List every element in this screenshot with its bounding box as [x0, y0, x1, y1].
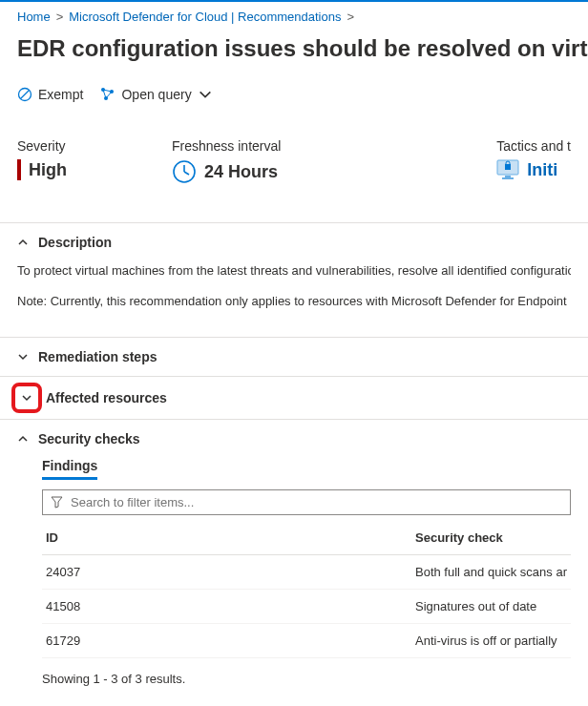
section-affected-header[interactable]: Affected resources	[0, 377, 588, 419]
breadcrumb: Home > Microsoft Defender for Cloud | Re…	[0, 2, 588, 31]
findings-area: Findings ID Security check 24037 Both fu…	[0, 458, 588, 699]
graph-icon	[100, 87, 116, 102]
section-remediation: Remediation steps	[0, 337, 588, 376]
svg-rect-14	[505, 164, 511, 170]
svg-rect-13	[502, 177, 514, 179]
chevron-down-icon	[21, 392, 32, 404]
chevron-down-icon	[198, 87, 213, 102]
breadcrumb-defender[interactable]: Microsoft Defender for Cloud | Recommend…	[69, 10, 341, 24]
severity-block: Severity High	[17, 138, 67, 184]
page-title: EDR configuration issues should be resol…	[0, 31, 588, 73]
svg-line-6	[103, 90, 106, 98]
toolbar: Exempt Open query	[0, 73, 588, 115]
svg-rect-12	[505, 176, 511, 177]
svg-line-7	[106, 92, 112, 98]
filter-icon	[51, 496, 63, 509]
exempt-button[interactable]: Exempt	[17, 87, 83, 102]
breadcrumb-separator: >	[56, 10, 64, 24]
section-security-header[interactable]: Security checks	[0, 420, 588, 458]
highlight-box	[11, 383, 42, 413]
col-header-id[interactable]: ID	[42, 521, 411, 555]
section-description: Description To protect virtual machines …	[0, 222, 588, 337]
svg-line-10	[184, 172, 189, 175]
freshness-label: Freshness interval	[172, 138, 281, 154]
severity-value: High	[29, 160, 67, 180]
findings-tab[interactable]: Findings	[42, 458, 97, 480]
tactics-value[interactable]: Initi	[527, 160, 557, 180]
search-input[interactable]	[71, 495, 562, 509]
chevron-up-icon	[17, 237, 29, 248]
table-row[interactable]: 24037 Both full and quick scans ar	[42, 555, 571, 590]
circle-slash-icon	[17, 87, 32, 102]
tactics-label: Tactics and t	[496, 138, 571, 154]
results-count: Showing 1 - 3 of 3 results.	[42, 658, 571, 690]
chevron-up-icon	[17, 433, 29, 445]
col-header-check[interactable]: Security check	[411, 521, 571, 555]
table-row[interactable]: 61729 Anti-virus is off or partially	[42, 624, 571, 658]
svg-marker-15	[52, 497, 62, 508]
table-row[interactable]: 41508 Signatures out of date	[42, 590, 571, 624]
freshness-value: 24 Hours	[204, 162, 278, 182]
findings-table: ID Security check 24037 Both full and qu…	[42, 521, 571, 658]
chevron-down-icon	[17, 351, 29, 363]
tactics-block: Tactics and t Initi	[496, 138, 571, 184]
svg-line-1	[21, 91, 30, 99]
breadcrumb-home[interactable]: Home	[17, 10, 51, 24]
clock-icon	[172, 159, 197, 184]
search-box[interactable]	[42, 489, 571, 515]
severity-label: Severity	[17, 138, 67, 154]
section-affected: Affected resources	[0, 376, 588, 419]
description-body: To protect virtual machines from the lat…	[0, 261, 588, 337]
severity-bar	[17, 159, 21, 180]
breadcrumb-separator: >	[346, 10, 354, 24]
section-description-header[interactable]: Description	[0, 223, 588, 261]
freshness-block: Freshness interval 24 Hours	[172, 138, 281, 184]
section-security: Security checks Findings ID Security che…	[0, 419, 588, 699]
section-remediation-header[interactable]: Remediation steps	[0, 338, 588, 376]
info-row: Severity High Freshness interval 24 Hour…	[0, 115, 588, 222]
open-query-button[interactable]: Open query	[100, 87, 212, 102]
monitor-lock-icon	[496, 159, 519, 180]
